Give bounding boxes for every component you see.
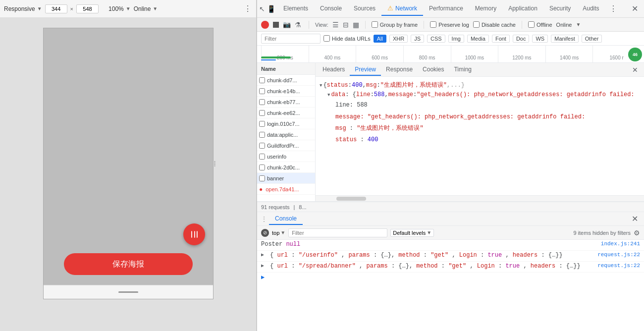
filter-js-button[interactable]: JS xyxy=(411,35,424,43)
filter-all-button[interactable]: All xyxy=(374,35,386,43)
list-item[interactable]: chunk-e14b... xyxy=(257,86,315,97)
console-filter-input[interactable] xyxy=(288,228,387,237)
responsive-dropdown-icon[interactable]: ▼ xyxy=(37,6,42,11)
preserve-log-input[interactable] xyxy=(430,21,436,28)
preserve-log-checkbox[interactable]: Preserve log xyxy=(430,21,469,28)
item-checkbox[interactable] xyxy=(259,99,265,105)
list-item[interactable]: login.010c7... xyxy=(257,118,315,129)
tab-elements[interactable]: Elements xyxy=(277,2,314,16)
console-source-userinfo[interactable]: request.js:22 xyxy=(597,252,640,258)
disable-cache-input[interactable] xyxy=(473,21,480,28)
console-source-banner[interactable]: request.js:22 xyxy=(597,263,640,269)
toolbar-more-button[interactable]: ⋮ xyxy=(244,4,252,13)
list-item[interactable]: chunk-dd7... xyxy=(257,75,315,86)
width-input[interactable] xyxy=(45,4,67,13)
hscroll-thumb[interactable] xyxy=(336,197,366,201)
filter-css-button[interactable]: CSS xyxy=(427,35,445,43)
save-poster-button[interactable]: 保存海报 xyxy=(64,253,193,275)
online-selector[interactable]: Online ▼ xyxy=(134,5,158,12)
filter-input[interactable] xyxy=(261,34,321,44)
console-close-button[interactable]: ✕ xyxy=(628,214,642,223)
list-item[interactable]: chunk-ee62... xyxy=(257,108,315,118)
list-item-selected[interactable]: banner xyxy=(257,173,315,184)
offline-checkbox[interactable]: Offline xyxy=(528,21,552,28)
devtools-mobile-icon[interactable]: 📱 xyxy=(267,5,275,13)
stop-recording-button[interactable] xyxy=(273,22,279,28)
hide-data-urls-checkbox[interactable]: Hide data URLs xyxy=(323,35,371,42)
context-dropdown-icon[interactable]: ▼ xyxy=(280,230,285,235)
console-context-selector[interactable]: top ▼ xyxy=(272,230,285,236)
tab-sources[interactable]: Sources xyxy=(348,2,381,16)
filter-other-button[interactable]: Other xyxy=(582,35,602,43)
list-item[interactable]: chunk-2d0c... xyxy=(257,162,315,173)
group-by-frame-input[interactable] xyxy=(372,21,378,28)
console-stop-button[interactable]: ⊘ xyxy=(261,229,269,237)
name-list[interactable]: chunk-dd7... chunk-e14b... chunk-eb77...… xyxy=(257,75,315,201)
detail-close-button[interactable]: ✕ xyxy=(628,64,642,76)
detail-hscrollbar[interactable] xyxy=(316,195,644,201)
filter-toggle-button[interactable]: ⚗ xyxy=(295,21,303,29)
resize-handle[interactable]: ⁞ xyxy=(213,154,217,173)
detail-tab-timing[interactable]: Timing xyxy=(449,64,477,76)
item-checkbox[interactable] xyxy=(259,88,265,94)
list-item[interactable]: GuildfordPr... xyxy=(257,140,315,151)
item-checkbox[interactable] xyxy=(259,132,265,138)
detail-tab-cookies[interactable]: Cookies xyxy=(418,64,449,76)
fab-button[interactable]: ☰ xyxy=(183,223,205,245)
filter-xhr-button[interactable]: XHR xyxy=(389,35,408,43)
filter-manifest-button[interactable]: Manifest xyxy=(551,35,579,43)
list-item[interactable]: userinfo xyxy=(257,151,315,162)
item-checkbox[interactable] xyxy=(259,154,265,160)
offline-input[interactable] xyxy=(528,21,535,28)
filter-ws-button[interactable]: WS xyxy=(532,35,548,43)
timeline-bar[interactable]: 200 ms 400 ms 600 ms 800 ms 1000 ms 1200… xyxy=(257,46,644,63)
console-toggle-banner[interactable]: ▶ xyxy=(261,263,264,269)
disable-cache-checkbox[interactable]: Disable cache xyxy=(473,21,516,28)
height-input[interactable] xyxy=(76,4,99,13)
detail-tab-response[interactable]: Response xyxy=(381,64,418,76)
console-level-selector[interactable]: Default levels ▼ xyxy=(390,229,434,237)
devtools-more-button[interactable]: ⋮ xyxy=(605,2,621,15)
item-checkbox[interactable] xyxy=(259,143,265,149)
zoom-selector[interactable]: 100% ▼ xyxy=(108,5,131,12)
tab-console[interactable]: Console xyxy=(269,213,303,225)
online-dropdown-icon[interactable]: ▼ xyxy=(153,6,158,11)
group-by-frame-checkbox[interactable]: Group by frame xyxy=(372,21,418,28)
tab-console[interactable]: Console xyxy=(314,2,348,16)
detail-tab-preview[interactable]: Preview xyxy=(350,64,381,76)
list-item[interactable]: chunk-eb77... xyxy=(257,97,315,108)
tab-performance[interactable]: Performance xyxy=(423,2,469,16)
item-checkbox[interactable] xyxy=(259,175,265,181)
zoom-dropdown-icon[interactable]: ▼ xyxy=(126,6,131,11)
tab-application[interactable]: Application xyxy=(502,2,543,16)
hide-data-urls-input[interactable] xyxy=(323,35,330,42)
item-checkbox[interactable] xyxy=(259,121,265,127)
item-checkbox[interactable] xyxy=(259,165,265,170)
console-source-poster[interactable]: index.js:241 xyxy=(601,241,640,247)
filter-font-button[interactable]: Font xyxy=(492,35,510,43)
console-expand-arrow[interactable]: ▶ xyxy=(257,273,644,282)
console-drag-handle[interactable]: ⋮ xyxy=(259,214,269,224)
filter-media-button[interactable]: Media xyxy=(467,35,489,43)
record-button[interactable] xyxy=(261,21,269,29)
filter-img-button[interactable]: Img xyxy=(448,35,464,43)
list-view-icon[interactable]: ☰ xyxy=(332,21,339,29)
tab-memory[interactable]: Memory xyxy=(469,2,502,16)
devtools-pointer-icon[interactable]: ↖ xyxy=(259,5,265,13)
list-item[interactable]: data:applic... xyxy=(257,129,315,140)
responsive-selector[interactable]: Responsive ▼ xyxy=(4,5,42,12)
online-dropdown-arrow[interactable]: ▼ xyxy=(576,22,581,27)
filter-doc-button[interactable]: Doc xyxy=(513,35,530,43)
console-settings-button[interactable]: ⚙ xyxy=(634,229,640,237)
screenshot-view-icon[interactable]: ▦ xyxy=(353,21,359,29)
detail-tab-headers[interactable]: Headers xyxy=(318,64,350,76)
tab-network[interactable]: ⚠ Network xyxy=(381,1,423,16)
tab-audits[interactable]: Audits xyxy=(577,2,605,16)
waterfall-view-icon[interactable]: ⊟ xyxy=(343,21,349,29)
item-checkbox[interactable] xyxy=(259,77,265,83)
tab-security[interactable]: Security xyxy=(543,2,577,16)
item-checkbox[interactable] xyxy=(259,110,265,116)
console-toggle-userinfo[interactable]: ▶ xyxy=(261,252,264,258)
list-item-error[interactable]: ● open.7da41... xyxy=(257,184,315,195)
json-root-toggle[interactable] xyxy=(320,81,322,90)
